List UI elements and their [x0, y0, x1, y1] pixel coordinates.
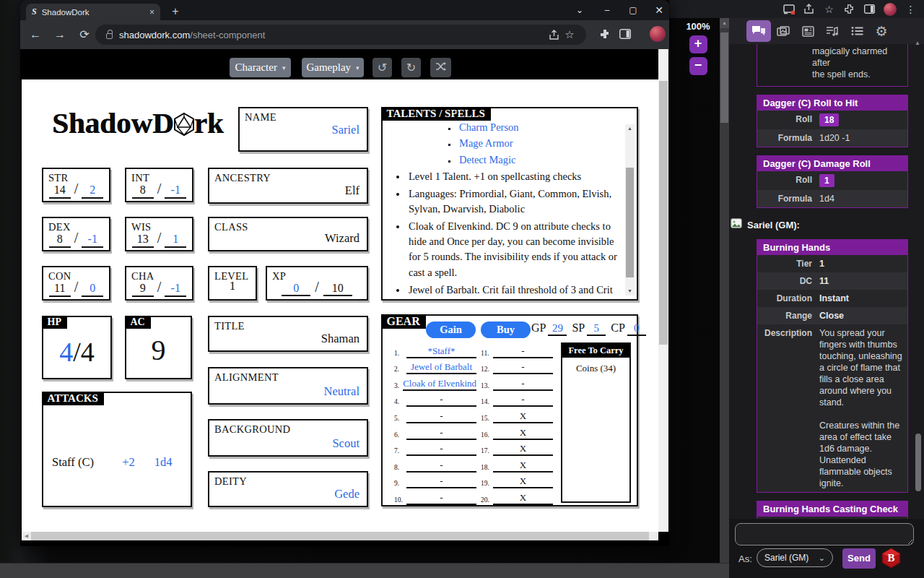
ancestry-value[interactable]: Elf	[345, 184, 359, 198]
gear-slot[interactable]: 18.X	[481, 456, 553, 473]
extensions-puzzle-icon[interactable]	[596, 25, 614, 43]
talents-scrollbar[interactable]: ▲ ▼	[625, 124, 635, 296]
profile-avatar[interactable]	[884, 3, 897, 16]
maximize-button[interactable]: ▢	[624, 2, 642, 18]
kebab-menu-icon[interactable]: ⋮	[905, 3, 917, 15]
tab-jukebox[interactable]	[820, 20, 845, 42]
spell-link[interactable]: Detect Magic	[458, 152, 622, 168]
tab-close-icon[interactable]: ×	[149, 7, 154, 17]
gear-slot[interactable]: 7.-	[394, 440, 476, 457]
attack-damage[interactable]: 1d4	[146, 455, 180, 470]
gear-slot-value[interactable]: -	[406, 476, 476, 488]
close-button[interactable]: ✕	[650, 2, 668, 18]
gear-slot-value[interactable]: X	[493, 444, 553, 456]
gear-slot-value[interactable]: X	[493, 493, 553, 505]
alignment-field[interactable]: ALIGNMENT Neutral	[208, 367, 368, 405]
gear-slot[interactable]: 2.Jewel of Barbalt	[394, 358, 476, 375]
tab-art[interactable]	[771, 20, 796, 42]
new-tab-button[interactable]: +	[167, 4, 183, 20]
hp-value[interactable]: 4/4	[43, 336, 110, 368]
gear-slot-value[interactable]: -	[406, 428, 476, 440]
gear-slot[interactable]: 5.-	[394, 407, 476, 423]
stat-modifier[interactable]: 1	[165, 233, 186, 248]
page-scrollbar[interactable]: ▲	[720, 18, 729, 578]
hp-max[interactable]: 4	[81, 337, 95, 367]
gear-slot-value[interactable]: -	[406, 444, 476, 456]
minimize-button[interactable]: –	[598, 2, 616, 18]
spell-link[interactable]: Charm Person	[458, 119, 622, 135]
stat-score[interactable]: 11	[49, 282, 71, 297]
background-value[interactable]: Scout	[332, 436, 359, 451]
address-bar[interactable]: shadowdork.com /sheet-component ☆	[95, 25, 586, 45]
stat-modifier[interactable]: -1	[82, 233, 103, 248]
redo-button[interactable]: ↻	[401, 58, 421, 77]
send-button[interactable]: Send	[842, 548, 876, 569]
tab-collections[interactable]	[845, 20, 869, 42]
hp-current[interactable]: 4	[59, 337, 73, 367]
attacks-box[interactable]: ATTACKS Staff (C) +2 1d4	[42, 392, 192, 507]
speak-as-select[interactable]: Sariel (GM) ⌄	[757, 548, 833, 567]
gear-slot[interactable]: 6.-	[394, 423, 476, 440]
spell-link[interactable]: Mage Armor	[458, 135, 622, 151]
gear-slot-value[interactable]: -	[493, 346, 553, 358]
chat-scroll-up-arrow[interactable]: ▲	[915, 40, 920, 46]
ancestry-field[interactable]: ANCESTRY Elf	[208, 168, 368, 204]
scrollbar-thumb[interactable]	[659, 81, 668, 345]
tab-journal[interactable]	[796, 20, 820, 42]
name-field[interactable]: NAME Sariel	[238, 107, 368, 152]
gear-slot[interactable]: 13.-	[481, 374, 553, 391]
title-value[interactable]: Shaman	[321, 332, 359, 346]
character-menu-button[interactable]: Character▾	[230, 58, 291, 77]
stat-score[interactable]: 14	[49, 184, 71, 199]
gear-slot[interactable]: 15.X	[481, 407, 553, 423]
gear-slot-value[interactable]: *Staff*	[406, 346, 476, 358]
attack-bonus[interactable]: +2	[111, 455, 146, 470]
deity-field[interactable]: DEITY Gede	[208, 471, 368, 507]
stat-modifier[interactable]: -1	[165, 282, 186, 297]
kebab-menu-icon[interactable]: ⋮	[668, 25, 669, 43]
undo-button[interactable]: ↺	[372, 58, 392, 77]
gear-slot[interactable]: 4.-	[394, 391, 476, 407]
gear-slot-value[interactable]: Cloak of Elvenkind	[403, 379, 476, 391]
gear-slot[interactable]: 12.-	[481, 358, 553, 375]
cast-icon[interactable]	[783, 3, 795, 15]
stat-modifier[interactable]: 2	[82, 184, 103, 199]
profile-avatar[interactable]	[650, 26, 666, 42]
class-field[interactable]: CLASS Wizard	[208, 217, 368, 251]
chat-message-input[interactable]	[735, 523, 914, 545]
bookmark-star-icon[interactable]: ☆	[823, 3, 835, 15]
side-panel-icon[interactable]	[616, 25, 634, 43]
zoom-out-button[interactable]: −	[689, 57, 707, 75]
sheet-vertical-scrollbar[interactable]	[658, 49, 668, 532]
scroll-left-arrow[interactable]: ◀	[22, 533, 31, 539]
gain-button[interactable]: Gain	[426, 322, 476, 338]
xp-field[interactable]: XP 0 / 10	[266, 266, 368, 301]
scrollbar-thumb[interactable]	[720, 33, 728, 123]
title-field[interactable]: TITLE Shaman	[208, 316, 368, 352]
gear-slot[interactable]: 17.X	[481, 440, 553, 457]
free-to-carry-item[interactable]: Coins (34)	[562, 363, 629, 374]
gear-slot[interactable]: 3.Cloak of Elvenkind	[394, 374, 476, 391]
scrollbar-thumb[interactable]	[31, 532, 649, 540]
share-icon[interactable]	[546, 27, 562, 43]
scroll-up-arrow[interactable]: ▲	[720, 18, 729, 28]
ac-value[interactable]: 9	[126, 333, 191, 367]
stat-modifier[interactable]: -1	[165, 184, 186, 199]
scroll-down-arrow[interactable]: ▼	[625, 288, 635, 294]
gear-slot[interactable]: 1.*Staff*	[394, 342, 476, 358]
class-value[interactable]: Wizard	[325, 231, 359, 246]
gear-slot[interactable]: 9.-	[394, 473, 476, 489]
gear-slot[interactable]: 8.-	[394, 456, 476, 473]
stat-score[interactable]: 8	[49, 233, 71, 248]
gear-slot-value[interactable]: -	[493, 394, 553, 407]
sheet-horizontal-scrollbar[interactable]: ◀	[22, 532, 658, 540]
tab-settings[interactable]: ⚙	[869, 20, 894, 42]
share-icon[interactable]	[803, 3, 815, 15]
gear-slot-value[interactable]: -	[406, 493, 476, 505]
level-value[interactable]: 1	[209, 279, 256, 293]
browser-tab[interactable]: S ShadowDork ×	[26, 4, 160, 20]
gear-slot[interactable]: 14.-	[481, 391, 553, 407]
gear-slot-value[interactable]: -	[406, 411, 476, 423]
attack-name[interactable]: Staff (C)	[52, 455, 111, 470]
gear-slot-value[interactable]: X	[493, 428, 553, 440]
